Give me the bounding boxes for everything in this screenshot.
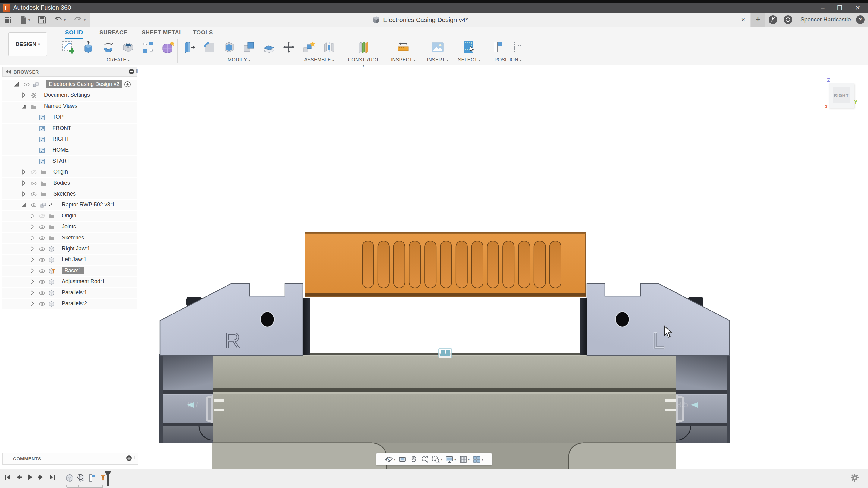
tree-label[interactable]: Bodies	[53, 180, 70, 186]
tree-label[interactable]: Raptor RWP-502 v3:1	[62, 201, 115, 208]
tree-row-document-settings[interactable]: Document Settings	[2, 90, 137, 101]
tree-row-sketches[interactable]: Sketches	[2, 189, 137, 199]
activate-component-radio[interactable]	[124, 81, 130, 87]
rectangular-pattern-icon[interactable]	[140, 39, 156, 56]
expander-open-icon[interactable]	[21, 202, 27, 208]
save-icon[interactable]	[38, 16, 46, 24]
expander-closed-icon[interactable]	[30, 301, 36, 307]
timeline-feature-body-icon[interactable]	[65, 474, 74, 483]
new-component-icon[interactable]	[301, 39, 318, 56]
file-menu-icon[interactable]: ▾	[20, 16, 30, 24]
tree-row-left-jaw-1[interactable]: Left Jaw:1	[2, 255, 137, 265]
tree-label[interactable]: Sketches	[62, 235, 84, 241]
browser-header[interactable]: BROWSER ‖	[2, 67, 137, 76]
eye-visible-icon[interactable]	[39, 235, 45, 241]
group-label-create[interactable]: CREATE ▾	[59, 57, 177, 63]
timeline-feature-joint-feature-icon[interactable]	[76, 474, 85, 483]
tree-row-named-views[interactable]: Named Views	[2, 101, 137, 112]
eye-visible-icon[interactable]	[39, 290, 45, 296]
combine-icon[interactable]	[241, 39, 257, 56]
eye-visible-icon[interactable]	[39, 279, 45, 285]
construct-plane-icon[interactable]	[355, 39, 372, 56]
zoom-window-icon[interactable]: ▾	[432, 455, 442, 464]
group-label-modify[interactable]: MODIFY ▾	[181, 57, 297, 63]
eye-visible-icon[interactable]	[31, 191, 37, 197]
hole-icon[interactable]	[120, 39, 136, 56]
move-icon[interactable]	[280, 39, 297, 56]
tree-row-bodies[interactable]: Bodies	[2, 178, 137, 189]
casing-body[interactable]	[305, 233, 586, 296]
tree-row-electronics-casing-design-v2[interactable]: Electronics Casing Design v2	[2, 79, 137, 90]
vise-base[interactable]	[213, 353, 676, 469]
zoom-icon[interactable]	[421, 455, 429, 464]
tree-label[interactable]: Joints	[62, 224, 76, 230]
tree-label[interactable]: Origin	[62, 213, 76, 219]
create-sketch-icon[interactable]	[60, 39, 77, 56]
capture-position-icon[interactable]	[490, 39, 507, 56]
eye-hidden-icon[interactable]	[39, 213, 45, 219]
tree-label[interactable]: HOME	[53, 147, 69, 153]
expander-closed-icon[interactable]	[30, 235, 36, 241]
tree-label[interactable]: Right Jaw:1	[62, 246, 90, 252]
tree-label[interactable]: Left Jaw:1	[62, 256, 87, 263]
timeline-settings-gear-icon[interactable]	[850, 474, 859, 482]
tree-label[interactable]: Origin	[53, 169, 68, 175]
expander-closed-icon[interactable]	[21, 93, 27, 98]
tree-label[interactable]: Document Settings	[44, 92, 90, 98]
expander-closed-icon[interactable]	[21, 169, 27, 175]
panel-drag-handle[interactable]: ‖	[135, 68, 138, 74]
viewports-icon[interactable]: ▾	[472, 455, 484, 464]
tree-row-origin[interactable]: Origin	[2, 211, 137, 221]
tree-label[interactable]: Parallels:1	[62, 290, 87, 296]
workspace-selector[interactable]: DESIGN▾	[8, 32, 47, 56]
tree-row-right[interactable]: RIGHT	[2, 134, 137, 144]
offset-face-icon[interactable]	[260, 39, 277, 56]
timeline-feature-capture-position-icon[interactable]	[87, 474, 96, 483]
close-button[interactable]: ✕	[852, 4, 864, 11]
tree-label[interactable]: Adjustment Rod:1	[62, 278, 105, 285]
tree-row-home[interactable]: HOME	[2, 145, 137, 156]
display-settings-icon[interactable]: ▾	[445, 455, 456, 464]
group-label-select[interactable]: SELECT ▾	[453, 57, 485, 63]
eye-visible-icon[interactable]	[39, 224, 45, 230]
expander-closed-icon[interactable]	[30, 268, 36, 274]
document-tab-close[interactable]: ×	[739, 16, 747, 24]
play-button[interactable]	[26, 473, 36, 483]
tree-label[interactable]: Parallels:2	[62, 300, 87, 307]
tab-solid[interactable]: SOLID	[65, 29, 83, 39]
tree-row-front[interactable]: FRONT	[2, 124, 137, 134]
app-grid-icon[interactable]	[4, 16, 12, 24]
group-label-inspect[interactable]: INSPECT ▾	[388, 57, 419, 63]
add-comment-icon[interactable]	[126, 455, 132, 461]
tree-row-base-1[interactable]: Base:1	[2, 266, 137, 276]
panel-options-icon[interactable]	[128, 68, 134, 74]
step-back-button[interactable]	[15, 473, 24, 483]
tree-row-parallels-2[interactable]: Parallels:2	[2, 299, 137, 309]
skip-end-button[interactable]	[48, 473, 58, 483]
tab-surface[interactable]: SURFACE	[99, 29, 127, 36]
measure-icon[interactable]	[395, 39, 412, 56]
eye-visible-icon[interactable]	[39, 257, 45, 263]
group-label-assemble[interactable]: ASSEMBLE ▾	[300, 57, 338, 63]
expander-closed-icon[interactable]	[30, 213, 36, 219]
expander-open-icon[interactable]	[21, 104, 27, 110]
eye-visible-icon[interactable]	[31, 181, 37, 187]
new-tab-button[interactable]: +	[751, 13, 765, 27]
expander-closed-icon[interactable]	[30, 290, 36, 296]
shell-icon[interactable]	[221, 39, 238, 56]
eye-hidden-icon[interactable]	[31, 169, 37, 175]
grid-icon[interactable]: ▾	[459, 455, 470, 464]
expander-closed-icon[interactable]	[30, 279, 36, 285]
tree-label[interactable]: Electronics Casing Design v2	[46, 80, 122, 88]
tree-row-joints[interactable]: Joints	[2, 222, 137, 232]
fillet-icon[interactable]	[201, 39, 218, 56]
tree-row-top[interactable]: TOP	[2, 112, 137, 123]
viewcube[interactable]: RIGHT Z Y X	[827, 78, 857, 109]
tree-row-adjustment-rod-1[interactable]: Adjustment Rod:1	[2, 277, 137, 287]
revolve-icon[interactable]	[100, 39, 117, 56]
tree-row-right-jaw-1[interactable]: Right Jaw:1	[2, 244, 137, 254]
orbit-icon[interactable]: ▾	[384, 455, 396, 464]
viewcube-face[interactable]: RIGHT	[829, 83, 854, 108]
group-label-position[interactable]: POSITION ▾	[488, 57, 528, 63]
tab-sheet-metal[interactable]: SHEET METAL	[142, 29, 183, 36]
